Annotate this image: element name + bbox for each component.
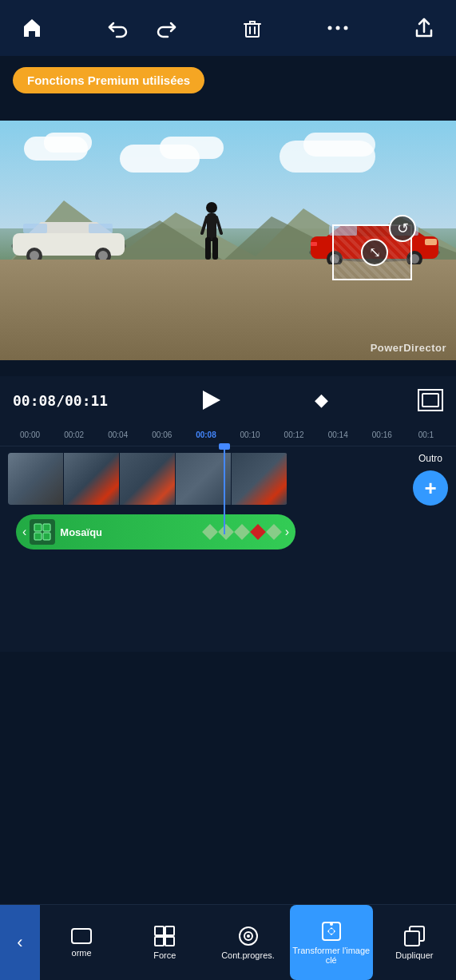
keyframe-diamond-icon[interactable]: ◆ [315,390,328,411]
more-button[interactable] [322,12,354,44]
rotate-handle[interactable]: ↺ [389,215,416,242]
dupliquer-icon [403,925,426,947]
delete-button[interactable] [236,12,268,44]
nav-item-cont-progres[interactable]: Cont.progres. [206,905,289,980]
playhead[interactable] [224,446,225,534]
cont-progres-icon [237,925,260,947]
svg-point-49 [247,934,250,938]
play-button[interactable] [197,386,226,415]
svg-rect-0 [246,24,259,37]
undo-button[interactable] [102,12,134,44]
svg-rect-32 [422,394,438,407]
ruler-mark-1: 00:02 [52,430,96,439]
nav-item-forme[interactable]: orme [40,905,123,980]
svg-rect-36 [43,533,50,540]
video-frame: ↺ ⤡ PowerDirector [0,121,456,360]
svg-rect-30 [425,239,437,245]
ruler-mark-5: 00:10 [228,430,272,439]
diamond-4 [266,524,282,540]
timeline-track-wrapper: Outro + [0,446,456,511]
play-icon [203,391,220,410]
premium-badge-container: Fonctions Premium utilisées [13,67,443,93]
svg-rect-43 [165,926,174,935]
svg-rect-33 [34,524,42,531]
diamond-3 [234,524,250,540]
mosaic-track[interactable]: ‹ Mosaïqu › [16,514,295,550]
thumb-3 [120,453,176,505]
cloud-6 [303,133,375,157]
thumb-1 [8,453,64,505]
svg-rect-34 [43,524,50,531]
share-button[interactable] [408,12,440,44]
svg-rect-54 [405,931,419,946]
ruler-mark-9: 00:1 [404,430,448,439]
fullscreen-button[interactable] [418,389,443,411]
svg-rect-35 [34,533,42,540]
svg-rect-31 [311,242,317,246]
ruler-mark-6: 00:12 [272,430,316,439]
svg-rect-41 [72,929,91,943]
expand-handle[interactable]: ⤡ [361,239,388,266]
video-preview-area: ↺ ⤡ PowerDirector [0,105,456,376]
nav-cont-progres-label: Cont.progres. [221,950,275,960]
svg-point-51 [329,929,334,934]
ruler-mark-0: 00:00 [8,430,52,439]
time-display: 00:08/00:11 [13,392,108,409]
nav-item-transformer[interactable]: Transformer l'image clé [290,905,373,980]
bottom-nav: ‹ orme Force [0,904,456,980]
video-track [8,453,287,505]
svg-point-3 [328,26,332,30]
history-buttons [102,12,182,44]
force-icon [153,925,176,947]
redo-button[interactable] [150,12,182,44]
diamond-2 [218,524,234,540]
svg-point-52 [330,922,333,926]
svg-point-4 [336,26,340,30]
svg-rect-11 [89,224,113,233]
thumb-2 [64,453,120,505]
transformer-icon [320,920,343,942]
thumb-5 [232,453,287,505]
person-silhouette [200,201,223,269]
mosaic-track-wrapper: ‹ Mosaïqu › [8,514,287,550]
nav-item-force[interactable]: Force [123,905,206,980]
svg-rect-18 [205,237,211,260]
mosaic-icon [30,519,55,545]
svg-line-21 [216,217,221,233]
ruler-mark-4: 00:08 [184,430,228,439]
playback-controls: 00:08/00:11 ◆ [0,376,456,424]
nav-forme-label: orme [72,948,92,958]
forme-icon [70,927,93,945]
track-actions: Outro + [413,453,448,506]
timeline-area: 00:00 00:02 00:04 00:06 00:08 00:10 00:1… [0,424,456,652]
nav-item-dupliquer[interactable]: Dupliquer [373,905,456,980]
timeline-empty-space [0,556,456,652]
svg-rect-45 [165,937,174,946]
svg-rect-42 [155,926,164,935]
mosaic-left-arrow[interactable]: ‹ [22,525,26,539]
ruler-mark-7: 00:14 [316,430,360,439]
top-toolbar [0,0,456,56]
powerdirector-watermark: PowerDirector [371,342,446,354]
svg-rect-44 [155,937,164,946]
mosaic-right-arrow[interactable]: › [285,525,289,539]
svg-point-16 [206,202,217,213]
nav-dupliquer-label: Dupliquer [395,950,433,960]
nav-back-button[interactable]: ‹ [0,905,40,980]
diamond-red [250,524,266,540]
nav-force-label: Force [153,950,176,960]
outro-label: Outro [418,453,442,464]
mosaic-label: Mosaïqu [60,526,102,538]
cloud-4 [160,137,224,159]
svg-rect-19 [212,237,218,260]
home-button[interactable] [16,12,48,44]
back-icon: ‹ [17,932,22,953]
add-clip-button[interactable]: + [413,470,448,506]
nav-transformer-label: Transformer l'image clé [290,946,373,965]
playhead-top [219,443,230,450]
premium-badge-button[interactable]: Fonctions Premium utilisées [13,67,204,93]
diamond-1 [202,524,218,540]
ruler-mark-3: 00:06 [140,430,184,439]
svg-line-20 [202,217,207,233]
cloud-2 [44,133,92,153]
